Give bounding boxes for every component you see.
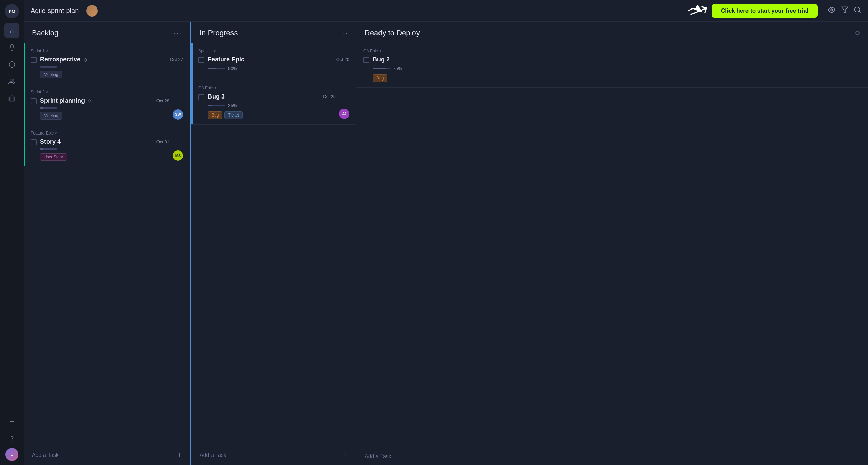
task-tags: Bug Ticket: [208, 111, 336, 119]
tag-user-story[interactable]: User Story: [40, 153, 67, 161]
tag-bug[interactable]: Bug: [373, 74, 387, 82]
task-epic: QA Epic >: [198, 86, 349, 90]
task-row: Feature Epic Oct 20 50%: [198, 56, 349, 74]
column-backlog-body: Sprint 1 > Retrospective ◇ Oct 27: [24, 43, 190, 445]
progress-text: 25%: [228, 103, 237, 108]
column-backlog-title: Backlog: [32, 29, 58, 37]
task-date: Oct 25: [323, 94, 336, 99]
progress-bar-bg: [208, 68, 225, 69]
sidebar-item-clock[interactable]: [4, 57, 19, 72]
column-ready-to-deploy-header: Ready to Deploy: [356, 22, 868, 43]
arrow-icon: [688, 5, 708, 17]
progress-bar-fill: [373, 68, 386, 69]
tag-bug[interactable]: Bug: [208, 111, 222, 119]
task-card-bug-2: QA Epic > Bug 2 75%: [356, 43, 868, 88]
column-backlog-more[interactable]: ···: [174, 29, 182, 37]
svg-marker-4: [842, 7, 848, 13]
task-checkbox[interactable]: [31, 98, 37, 104]
task-title-row: Feature Epic Oct 20: [208, 56, 349, 63]
task-tags: User Story: [40, 153, 169, 161]
column-ready-to-deploy: Ready to Deploy QA Epic > Bug 2: [356, 22, 868, 465]
add-task-ready-to-deploy[interactable]: Add a Task: [356, 448, 868, 465]
project-avatar[interactable]: [86, 5, 98, 17]
sidebar-item-briefcase[interactable]: [4, 91, 19, 106]
column-in-progress-header: In Progress ···: [191, 22, 356, 43]
task-progress-row: 25%: [208, 103, 336, 108]
task-content: Sprint planning ◇ Oct 28: [40, 97, 169, 120]
task-title: Story 4: [40, 138, 61, 145]
column-in-progress-title: In Progress: [200, 29, 238, 37]
task-content: Bug 3 Oct 25 25% Bug Ti: [208, 93, 336, 119]
column-backlog: Backlog ··· Sprint 1 > Retrospective ◇: [24, 22, 190, 465]
main-content: Agile sprint plan Click here to start yo…: [24, 0, 868, 465]
task-content: Retrospective ◇ Oct 27: [40, 56, 183, 78]
task-row: Sprint planning ◇ Oct 28: [31, 97, 183, 120]
task-avatar-jj: JJ: [339, 109, 349, 119]
tag-meeting[interactable]: Meeting: [40, 71, 62, 78]
column-ready-to-deploy-body: QA Epic > Bug 2 75%: [356, 43, 868, 448]
task-progress-row: [40, 66, 183, 68]
progress-bar-bg: [373, 68, 390, 69]
kanban-board: Backlog ··· Sprint 1 > Retrospective ◇: [24, 22, 868, 465]
task-epic: QA Epic >: [363, 49, 861, 53]
topbar-actions: [828, 6, 861, 15]
task-date: Oct 31: [156, 139, 169, 144]
app-logo[interactable]: PM: [5, 4, 19, 18]
svg-point-3: [831, 9, 833, 11]
task-checkbox[interactable]: [198, 94, 204, 100]
task-card-sprint-planning: Sprint 2 > Sprint planning ◇ Oct 28: [24, 84, 190, 125]
progress-bar-fill: [40, 107, 43, 109]
task-row: Bug 2 75% Bug: [363, 56, 861, 82]
user-avatar[interactable]: U: [5, 448, 18, 461]
cta-area: Click here to start your free trial: [688, 4, 818, 18]
add-task-backlog[interactable]: Add a Task +: [24, 445, 190, 465]
svg-line-6: [859, 11, 860, 13]
task-title: Bug 2: [373, 56, 390, 63]
column-in-progress-more[interactable]: ···: [340, 29, 348, 37]
task-checkbox[interactable]: [31, 139, 37, 145]
task-checkbox[interactable]: [198, 57, 204, 63]
search-icon[interactable]: [854, 6, 861, 15]
task-content: Story 4 Oct 31 User Story: [40, 138, 169, 161]
task-tags: Meeting: [40, 112, 169, 120]
task-card-feature-epic: Sprint 1 > Feature Epic Oct 20: [191, 43, 356, 80]
eye-icon[interactable]: [828, 6, 835, 15]
sidebar-item-home[interactable]: ⌂: [4, 23, 19, 38]
cta-button[interactable]: Click here to start your free trial: [712, 4, 818, 18]
task-card-retrospective: Sprint 1 > Retrospective ◇ Oct 27: [24, 43, 190, 84]
progress-bar-bg: [40, 148, 57, 150]
sidebar-item-help[interactable]: ?: [4, 431, 19, 446]
tag-meeting[interactable]: Meeting: [40, 112, 62, 120]
task-checkbox[interactable]: [31, 57, 37, 63]
task-content: Bug 2 75% Bug: [373, 56, 861, 82]
task-title: Sprint planning ◇: [40, 97, 91, 104]
sidebar-item-people[interactable]: [4, 74, 19, 89]
add-task-plus-icon[interactable]: +: [344, 451, 348, 460]
diamond-icon: ◇: [88, 98, 91, 104]
column-ready-to-deploy-title: Ready to Deploy: [365, 29, 420, 37]
sidebar-item-notifications[interactable]: [4, 40, 19, 55]
task-epic: Sprint 1 >: [31, 49, 183, 53]
task-progress-row: 75%: [373, 66, 861, 71]
tag-ticket[interactable]: Ticket: [224, 111, 243, 119]
task-epic: Feature Epic >: [31, 131, 183, 136]
task-title-row: Retrospective ◇ Oct 27: [40, 56, 183, 63]
progress-text: 50%: [228, 66, 237, 71]
svg-point-1: [10, 79, 12, 82]
task-row: Retrospective ◇ Oct 27: [31, 56, 183, 78]
task-title-row: Story 4 Oct 31: [40, 138, 169, 145]
progress-bar-bg: [208, 105, 225, 106]
filter-icon[interactable]: [841, 6, 848, 15]
add-task-plus-icon[interactable]: +: [177, 451, 182, 460]
task-row: Bug 3 Oct 25 25% Bug Ti: [198, 93, 349, 119]
task-avatar-ms: MS: [173, 150, 183, 161]
task-checkbox[interactable]: [363, 57, 369, 63]
svg-rect-2: [9, 97, 15, 101]
add-task-label: Add a Task: [200, 452, 226, 458]
add-task-in-progress[interactable]: Add a Task +: [191, 445, 356, 465]
task-row: Story 4 Oct 31 User Story: [31, 138, 183, 161]
task-epic: Sprint 1 >: [198, 49, 349, 53]
progress-bar-fill: [208, 105, 212, 106]
topbar: Agile sprint plan Click here to start yo…: [24, 0, 868, 22]
sidebar-item-add[interactable]: +: [4, 414, 19, 429]
